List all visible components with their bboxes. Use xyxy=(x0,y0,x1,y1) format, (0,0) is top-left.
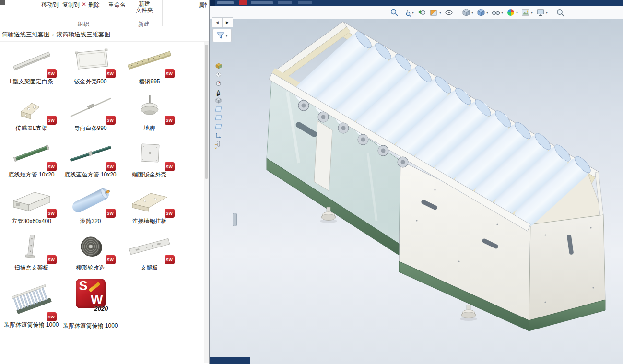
file-name: 装配体滚筒传输 1000 xyxy=(3,321,60,329)
file-thumbnail: SW xyxy=(66,92,116,123)
file-grid: SW L型支架固定白条 SW 钣金外壳500 xyxy=(2,45,180,336)
file-name: 地脚 xyxy=(121,125,178,132)
file-thumbnail: SW xyxy=(7,278,57,320)
solidworks-badge-icon: SW xyxy=(165,162,175,171)
solidworks-badge-icon: SW xyxy=(47,255,57,264)
edit-appearance-button[interactable]: ▾ xyxy=(505,7,519,18)
file-name: 连接槽钢挂板 xyxy=(121,218,178,225)
display-style-button[interactable]: ▾ xyxy=(475,7,489,18)
feature-tree-assembly-icon[interactable] xyxy=(214,62,223,70)
dropdown-caret-icon[interactable]: ▾ xyxy=(486,11,488,15)
delete-button[interactable]: 删除 xyxy=(88,1,100,9)
feature-tree-bodies-icon[interactable] xyxy=(214,97,223,104)
solidworks-badge-icon: SW xyxy=(165,116,175,125)
dropdown-caret-icon[interactable]: ▾ xyxy=(439,11,441,15)
file-item[interactable]: SW 底线短方管 10x20 xyxy=(2,138,61,178)
file-item[interactable]: SW 装配体滚筒传输 1000 xyxy=(2,278,61,329)
solidworks-badge-icon: SW xyxy=(47,116,57,125)
forward-arrow-button[interactable]: ▶ xyxy=(223,17,233,27)
back-arrow-button[interactable]: ◀ xyxy=(212,17,223,27)
dropdown-caret-icon[interactable]: ▾ xyxy=(412,11,414,15)
dropdown-caret-icon[interactable]: ▾ xyxy=(531,11,533,15)
view-settings-button[interactable]: ▾ xyxy=(535,7,549,18)
magnifier-button[interactable] xyxy=(554,7,566,18)
solidworks-titlebar xyxy=(210,0,623,6)
file-item[interactable]: SW 滚筒320 xyxy=(61,185,120,225)
file-item[interactable]: SW 导向白条990 xyxy=(61,92,120,132)
logo-slash-icon xyxy=(88,282,100,293)
feature-tree-top-plane-icon[interactable] xyxy=(214,114,223,121)
apply-scene-button[interactable]: ▾ xyxy=(520,7,534,18)
rename-button[interactable]: 重命名 xyxy=(108,1,126,9)
logo-year: 2020 xyxy=(94,305,108,312)
file-thumbnail: SW xyxy=(7,231,57,263)
file-name: 底线短方管 10x20 xyxy=(3,171,60,178)
file-name: 传感器L支架 xyxy=(3,125,60,132)
file-name: 支腿板 xyxy=(121,264,178,271)
panel-splitter-handle[interactable] xyxy=(233,213,237,226)
file-item[interactable]: SW 方管30x60x400 xyxy=(2,185,61,225)
file-item[interactable]: SW 槽钢995 xyxy=(120,45,179,85)
dropdown-caret-icon[interactable]: ▾ xyxy=(516,11,518,15)
file-item[interactable]: SW 钣金外壳500 xyxy=(61,45,120,85)
feature-tree-history-icon[interactable] xyxy=(214,71,223,78)
file-name: 扫描盒支架板 xyxy=(3,264,60,271)
hide-show-items-button[interactable]: ▾ xyxy=(490,7,504,18)
file-item[interactable]: SW 扫描盒支架板 xyxy=(2,231,61,271)
breadcrumb-parent[interactable]: 筒输送线三维套图 xyxy=(0,31,52,39)
file-item[interactable]: SW L型支架固定白条 xyxy=(2,45,61,85)
solidworks-badge-icon: SW xyxy=(106,69,116,78)
file-thumbnail: SW xyxy=(66,45,116,77)
file-item[interactable]: SW 端面钣金外壳 xyxy=(120,138,179,178)
graphics-viewport[interactable]: A ▶ xyxy=(210,19,623,364)
dropdown-caret-icon[interactable]: ▾ xyxy=(501,11,503,15)
solidworks-badge-icon: SW xyxy=(106,255,116,264)
conveyor-3d-model xyxy=(210,19,623,364)
file-item[interactable]: S W 2020 装配体滚筒传输 1000 xyxy=(61,278,120,329)
breadcrumb-current[interactable]: 滚筒输送线三维套图 xyxy=(55,31,113,39)
section-view-button[interactable]: ▾ xyxy=(428,7,442,18)
dropdown-caret-icon[interactable]: ▾ xyxy=(225,34,227,38)
toolbar-icon-fragment xyxy=(0,0,5,5)
ribbon-group-organize: 组织 xyxy=(78,20,89,28)
explorer-scrollbar[interactable] xyxy=(204,42,209,363)
feature-tree-strip: A xyxy=(214,62,223,147)
breadcrumb: 筒输送线三维套图 › 滚筒输送线三维套图 xyxy=(0,28,209,42)
titlebar-text-fragment xyxy=(251,1,273,4)
zoom-to-area-button[interactable]: ▾ xyxy=(401,7,415,18)
previous-view-button[interactable] xyxy=(416,7,427,18)
feature-tree-sensors-icon[interactable] xyxy=(214,80,223,87)
tree-filter-button[interactable]: ▾ xyxy=(212,29,232,42)
move-to-button[interactable]: 移动到 xyxy=(41,1,59,9)
file-thumbnail: SW xyxy=(125,45,175,77)
new-folder-button[interactable]: 新建 文件夹 xyxy=(133,1,155,13)
file-item[interactable]: SW 支腿板 xyxy=(120,231,179,271)
titlebar-text-fragment xyxy=(278,1,292,4)
view-orientation-button[interactable]: ▾ xyxy=(460,7,474,18)
properties-button[interactable]: 属性 xyxy=(199,1,207,9)
dropdown-caret-icon[interactable]: ▾ xyxy=(471,11,473,15)
scrollbar-thumb[interactable] xyxy=(205,45,208,179)
zoom-to-fit-button[interactable] xyxy=(388,7,400,18)
magnifier-icon xyxy=(555,8,565,17)
file-item[interactable]: SW 底线蓝色方管 10x20 xyxy=(61,138,120,178)
copy-to-button[interactable]: 复制到 xyxy=(62,1,80,9)
file-item[interactable]: SW 楔形轮改造 xyxy=(61,231,120,271)
logo-letter-s: S xyxy=(79,279,88,294)
tree-expand-chevron-icon[interactable]: ⌄⌄ xyxy=(214,142,218,149)
file-thumbnail: SW xyxy=(7,185,57,216)
delete-icon: ✕ xyxy=(82,1,86,8)
feature-tree-front-plane-icon[interactable] xyxy=(214,106,223,113)
file-item[interactable]: SW 传感器L支架 xyxy=(2,92,61,132)
dropdown-caret-icon[interactable]: ▾ xyxy=(546,11,548,15)
file-explorer-window: 移动到 复制到 ✕ 删除 重命名 新建 文件夹 属性 组织 新建 筒输送线三维套… xyxy=(0,0,210,364)
feature-tree-origin-icon[interactable] xyxy=(214,131,223,139)
tree-flyout-arrow[interactable]: ▶ xyxy=(217,92,220,97)
feature-tree-right-plane-icon[interactable] xyxy=(214,123,223,130)
file-thumbnail: SW xyxy=(66,185,116,216)
file-item[interactable]: SW 地脚 xyxy=(120,92,179,132)
desktop: 移动到 复制到 ✕ 删除 重命名 新建 文件夹 属性 组织 新建 筒输送线三维套… xyxy=(0,0,623,364)
annotation-visibility-button[interactable] xyxy=(443,7,455,18)
file-thumbnail: S W 2020 xyxy=(66,279,116,321)
file-item[interactable]: SW 连接槽钢挂板 xyxy=(120,185,179,225)
